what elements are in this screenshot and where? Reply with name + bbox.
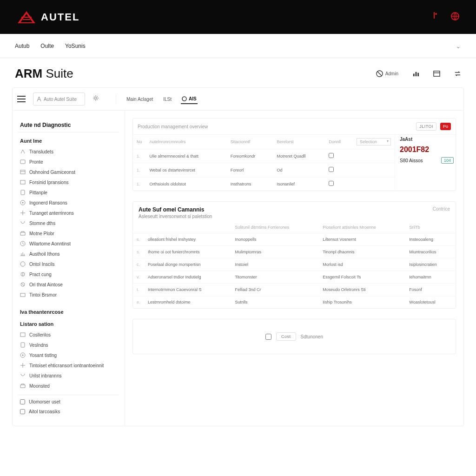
hamburger-icon[interactable] <box>17 96 26 102</box>
svg-rect-2 <box>21 17 32 18</box>
sidebar-item-icon <box>20 231 26 236</box>
sidebar-item[interactable]: Forsinid Ipransions <box>18 177 119 187</box>
toolbar-tab-2[interactable]: AIS <box>181 94 198 104</box>
gear-icon[interactable] <box>93 95 99 103</box>
sidebar-item-label: Forsinid Ipransions <box>29 180 68 185</box>
sidebar-item-label: Urilst inbrannns <box>29 373 61 378</box>
table-row[interactable]: 1.Webal os dstartevinsrcetForeorlOd <box>133 163 395 177</box>
sidebar-item[interactable]: Ontol Inscils <box>18 259 119 269</box>
sidebar-item-label: Transludets <box>29 149 53 154</box>
card1-select[interactable]: Selection <box>357 138 391 145</box>
sidebar-item-icon <box>20 159 26 165</box>
card2-link[interactable]: Contrice <box>433 206 450 212</box>
svg-rect-27 <box>20 333 25 337</box>
sidebar-item[interactable]: Austhoil Ithons <box>18 249 119 259</box>
logo-text: AUTEL <box>41 11 79 23</box>
sidebar-item[interactable]: Veslndns <box>18 340 119 350</box>
sidebar-item[interactable]: Turanget anterrinrons <box>18 208 119 218</box>
subnav-tabs: Autub Oulte YoSunis <box>15 43 86 49</box>
sidebar-item[interactable]: Urilst inbrannns <box>18 370 119 381</box>
svg-point-24 <box>20 262 25 266</box>
th-a: Autelnronrcmnroilrs <box>146 135 227 149</box>
product-actions: Admin <box>376 70 461 77</box>
sidebar-item[interactable]: Pittanple <box>18 187 119 198</box>
sidebar-item[interactable]: Tintoiset ehticransort iontnantoeinnit <box>18 360 119 370</box>
sidebar-item[interactable]: Yosant tistlng <box>18 350 119 360</box>
sidebar-item-icon <box>20 210 26 216</box>
cell-c: Morlost isd <box>319 258 405 271</box>
sidebar-checkbox[interactable] <box>20 409 25 414</box>
card2-title: Aute Suf omel Camannis <box>133 202 456 214</box>
cell-c: Moseudo Orletronrs Sti <box>319 284 405 296</box>
sidebar-item[interactable]: Pronte <box>18 157 119 167</box>
row-checkbox[interactable] <box>329 153 334 158</box>
table-row[interactable]: t.Internotrmmon Caoevonral SFelliad 3nd … <box>133 284 456 296</box>
sidebar-checkbox-item[interactable]: Aitol tarcoasiks <box>18 407 119 416</box>
sidebar-item[interactable]: Stomne dths <box>18 218 119 228</box>
cell-b: Mulimptomras <box>231 246 319 258</box>
sidebar-item-icon <box>20 332 26 337</box>
sidebar-item-label: Moonsted <box>29 383 50 389</box>
svg-rect-11 <box>417 73 419 77</box>
table-row[interactable]: e.Lestrnromheld dstoimeSutnllsIiship Tro… <box>133 296 456 309</box>
subnav-chevron-icon[interactable]: ⌄ <box>456 42 461 50</box>
sidebar-item[interactable]: Cosllerilos <box>18 330 119 340</box>
cell-idx: v. <box>133 271 144 284</box>
table-row[interactable]: v.Adseronarsel tndior IndutielgTitomonst… <box>133 271 456 284</box>
row-checkbox[interactable] <box>329 181 334 186</box>
action-admin[interactable]: Admin <box>376 70 398 77</box>
sidebar-item[interactable]: Oshnoind Gamiceonst <box>18 167 119 177</box>
card-diagnostic: Production management overview JLITOI Po… <box>132 118 456 191</box>
svg-rect-3 <box>23 19 30 20</box>
bottom-checkbox[interactable] <box>265 334 271 340</box>
sidebar-item[interactable]: Ingonerd Ransons <box>18 198 119 208</box>
logo[interactable]: AUTEL <box>17 10 79 24</box>
row-checkbox[interactable] <box>329 167 334 172</box>
subnav-tab-2[interactable]: YoSunis <box>65 43 86 49</box>
product-header: ARM Suite Admin <box>0 58 476 87</box>
card1-btn-red[interactable]: Po <box>440 123 451 130</box>
bottom-btn[interactable]: Cost <box>276 332 296 341</box>
cell-b: Insthatrons <box>227 177 273 191</box>
sidebar-item-icon <box>20 149 26 154</box>
globe-icon[interactable] <box>451 12 459 22</box>
action-panel[interactable] <box>433 70 440 77</box>
card1-btn-light[interactable]: JLITOI <box>416 122 436 131</box>
sidebar-item-label: Austhoil Ithons <box>29 251 60 257</box>
sidebar-item-label: Wilartome Aonntinst <box>29 241 71 246</box>
cell-chk <box>325 149 353 163</box>
table-row[interactable]: s.Ihome oi oot funierchromntsMulimptomra… <box>133 246 456 258</box>
cell-d: Iehomaitrnn <box>405 271 456 284</box>
sidebar-checkbox[interactable] <box>20 399 25 404</box>
action-chart[interactable] <box>412 70 419 77</box>
sidebar-item-label: Tintoiset ehticransort iontnantoeinnit <box>29 363 104 368</box>
sidebar-item[interactable]: Motne Plobr <box>18 228 119 238</box>
subnav-tab-1[interactable]: Oulte <box>40 43 54 49</box>
search-input[interactable]: Auto Autel Suite <box>33 93 85 106</box>
sidebar-item[interactable]: Pract cung <box>18 269 119 279</box>
toolbar-tab-0[interactable]: Main Aclaget <box>126 95 154 104</box>
sidebar-checkbox-item[interactable]: Ulomorser uset <box>18 397 119 407</box>
sidebar-item[interactable]: Transludets <box>18 146 119 157</box>
sidebar-item-label: Stomne dths <box>29 221 55 226</box>
table-row[interactable]: c.Poselaal dionge morspertisnInstoielMor… <box>133 258 456 271</box>
notification-icon[interactable] <box>430 12 438 22</box>
bars-icon <box>412 70 419 77</box>
sidebar-item[interactable]: Tintoi Brsmor <box>18 290 119 300</box>
cell-c: Essgernil Folscoit Ts <box>319 271 405 284</box>
toolbar-tab-1[interactable]: ILSt <box>162 95 172 104</box>
action-swap[interactable] <box>454 70 461 77</box>
table-row[interactable]: 1.Orthsioiols oldolstotInsthatronsIsonan… <box>133 177 395 191</box>
table-row[interactable]: 1.Ulie almernneosirel & thattForeomkondr… <box>133 149 395 163</box>
sidebar-item[interactable]: Wilartome Aonntinst <box>18 238 119 249</box>
cell-idx: 1. <box>133 149 146 163</box>
th2-b: Solitunil ditrntims Forrierones <box>231 222 319 233</box>
table-row[interactable]: s.olleationt frishel InshysteyInonoppell… <box>133 233 456 246</box>
cell-b: Sutnlls <box>231 296 319 309</box>
cell-a: Adseronarsel tndior Indutielg <box>144 271 231 284</box>
svg-rect-12 <box>434 71 440 76</box>
subnav-tab-0[interactable]: Autub <box>15 43 29 49</box>
sidebar-item[interactable]: Moonsted <box>18 381 119 391</box>
sidebar-item-icon <box>20 190 26 195</box>
sidebar-item[interactable]: Ori thrat Aintose <box>18 279 119 290</box>
